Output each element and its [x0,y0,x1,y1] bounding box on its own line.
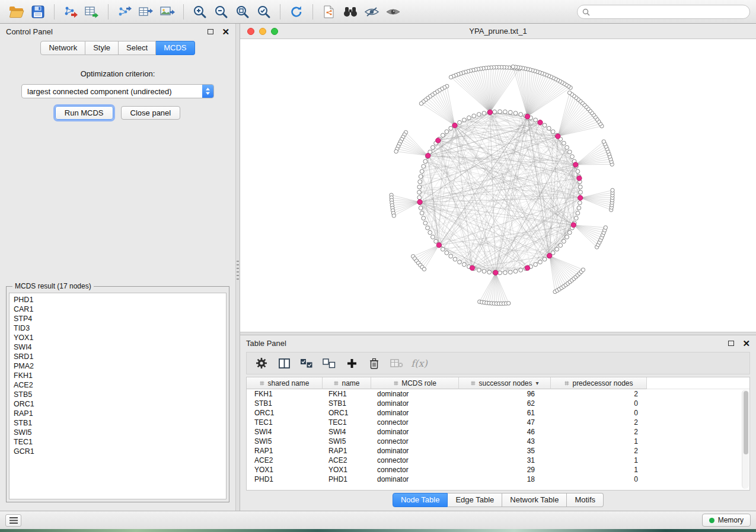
export-image-button[interactable] [157,3,178,21]
table-row[interactable]: PHD1PHD1dominator180 [247,475,749,484]
table-row[interactable]: YOX1YOX1connector291 [247,465,749,475]
search-network-button[interactable] [340,3,361,21]
splitter-handle-icon [237,261,239,281]
open-folder-icon [9,5,24,18]
result-item[interactable]: CAR1 [14,305,222,314]
result-item[interactable]: SWI4 [14,342,222,352]
table-cell: 2 [551,427,647,437]
import-table-button[interactable] [81,3,103,21]
criterion-dropdown[interactable]: largest connected component (undirected) [21,84,214,98]
result-item[interactable]: PHD1 [14,295,222,305]
table-panel-close-button[interactable]: ✕ [742,339,750,348]
zoom-selected-button[interactable] [253,3,275,21]
import-table-icon [84,5,100,18]
tab-motifs[interactable]: Motifs [567,493,604,507]
column-header-predecessor-nodes[interactable]: predecessor nodes [551,377,647,389]
status-menu-button[interactable] [5,514,21,527]
control-panel-float-button[interactable] [208,29,213,34]
table-row[interactable]: FKH1FKH1dominator962 [247,389,749,399]
tab-node-table[interactable]: Node Table [393,493,448,507]
scrollbar-thumb[interactable] [744,391,748,454]
result-item[interactable]: YOX1 [14,333,222,342]
run-mcds-button[interactable]: Run MCDS [55,106,113,120]
close-mcds-panel-button[interactable]: Close panel [121,106,181,120]
table-row[interactable]: TEC1TEC1connector472 [247,418,749,427]
table-scrollbar[interactable] [742,390,749,489]
table-row[interactable]: ACE2ACE2connector311 [247,456,749,465]
table-cell: 0 [551,408,647,418]
export-network-button[interactable] [114,3,135,21]
table-cell: dominator [371,399,459,408]
table-row[interactable]: SWI4SWI4dominator462 [247,427,749,437]
desktop-wallpaper-strip [0,529,756,532]
column-header-shared-name[interactable]: shared name [247,377,323,389]
tab-style[interactable]: Style [85,41,119,55]
export-table-button[interactable] [135,3,157,21]
network-canvas[interactable] [240,39,755,332]
result-item[interactable]: STB5 [14,390,222,399]
select-all-button[interactable] [295,354,318,373]
control-panel-header: Control Panel ✕ [0,24,235,39]
result-item[interactable]: GCR1 [14,447,222,456]
column-header-MCDS-role[interactable]: MCDS role [371,377,459,389]
result-item[interactable]: ACE2 [14,380,222,390]
tab-network[interactable]: Network [40,41,85,55]
table-cell: YOX1 [247,465,323,475]
mcds-result-list[interactable]: PHD1CAR1STP4TID3YOX1SWI4SRD1PMA2FKH1ACE2… [9,293,227,499]
zoom-in-button[interactable] [189,3,210,21]
table-cell: connector [371,437,459,446]
close-window-button[interactable] [247,28,254,35]
search-input[interactable] [577,5,750,19]
tab-mcds[interactable]: MCDS [156,41,194,55]
result-item[interactable]: TEC1 [14,437,222,447]
result-item[interactable]: TID3 [14,323,222,333]
tab-edge-table[interactable]: Edge Table [448,493,502,507]
hide-graphics-details-button[interactable] [361,3,382,21]
show-graphics-details-button[interactable] [382,3,404,21]
save-session-button[interactable] [27,3,49,21]
table-cell: SWI5 [247,437,323,446]
table-row[interactable]: SWI5SWI5connector431 [247,437,749,446]
result-item[interactable]: STP4 [14,314,222,323]
mcds-button-row: Run MCDS Close panel [5,106,231,120]
table-cell: STB1 [323,399,371,408]
table-row[interactable]: ORC1ORC1dominator610 [247,408,749,418]
open-file-button[interactable] [6,3,27,21]
result-item[interactable]: PMA2 [14,361,222,371]
result-item[interactable]: SRD1 [14,352,222,361]
table-panel-title: Table Panel [246,339,286,348]
maximize-window-button[interactable] [271,28,278,35]
table-row[interactable]: STB1STB1dominator620 [247,399,749,408]
tab-select[interactable]: Select [119,41,156,55]
column-header-name[interactable]: name [323,377,371,389]
table-cell: 1 [551,456,647,465]
criterion-selected-value: largest connected component (undirected) [22,87,202,96]
zoom-out-button[interactable] [210,3,232,21]
result-item[interactable]: STB1 [14,418,222,428]
result-item[interactable]: ORC1 [14,399,222,409]
panel-splitter[interactable] [235,24,240,511]
deselect-all-button[interactable] [318,354,340,373]
column-header-successor-nodes[interactable]: successor nodes▾ [459,377,551,389]
table-panel-float-button[interactable] [728,341,734,346]
add-column-button[interactable] [340,354,363,373]
import-network-button[interactable] [60,3,81,21]
result-item[interactable]: FKH1 [14,371,222,380]
control-panel-close-button[interactable]: ✕ [222,27,229,36]
table-row[interactable]: RAP1RAP1dominator352 [247,446,749,456]
share-document-button[interactable] [318,3,340,21]
network-window-titlebar[interactable]: YPA_prune.txt_1 [240,24,756,39]
result-item[interactable]: RAP1 [14,409,222,418]
memory-button[interactable]: Memory [702,514,751,527]
close-icon: ✕ [742,339,750,348]
delete-column-button[interactable] [363,354,385,373]
result-item[interactable]: SWI5 [14,428,222,437]
minimize-window-button[interactable] [259,28,266,35]
table-cell: 43 [459,437,551,446]
main-area: Control Panel ✕ NetworkStyleSelectMCDS O… [0,24,756,511]
table-settings-button[interactable] [250,354,273,373]
refresh-view-button[interactable] [286,3,307,21]
zoom-fit-button[interactable] [232,3,253,21]
show-columns-button[interactable] [273,354,295,373]
tab-network-table[interactable]: Network Table [502,493,567,507]
